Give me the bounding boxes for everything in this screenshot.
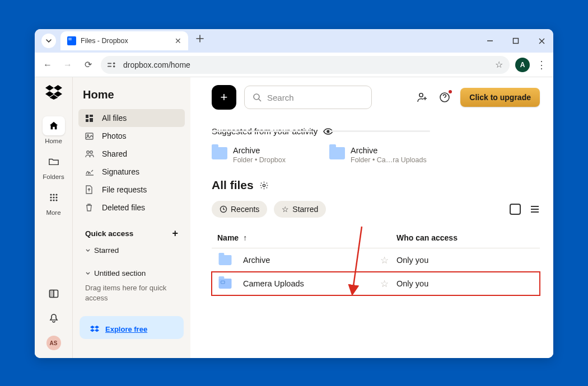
svg-rect-16 <box>86 115 88 118</box>
sidebar-item-label: Shared <box>102 149 127 158</box>
site-settings-icon[interactable] <box>108 61 118 69</box>
dropbox-icon <box>90 326 100 333</box>
window-maximize-icon[interactable] <box>510 35 521 46</box>
suggested-item[interactable]: Archive Folder • Ca…ra Uploads <box>329 146 436 164</box>
svg-point-9 <box>53 196 54 198</box>
browser-tab[interactable]: Files - Dropbox ✕ <box>60 31 188 50</box>
quick-access-header: Quick access + <box>81 224 183 243</box>
svg-point-7 <box>55 194 57 195</box>
browser-menu-icon[interactable]: ⋮ <box>535 59 548 71</box>
file-access: Only you <box>396 279 536 288</box>
chevron-down-icon <box>85 271 91 276</box>
svg-rect-15 <box>49 290 54 298</box>
chip-recents[interactable]: Recents <box>212 201 267 218</box>
svg-point-4 <box>113 65 115 67</box>
dropbox-logo-icon[interactable] <box>45 85 62 102</box>
folder-icon <box>329 147 345 159</box>
svg-point-13 <box>55 199 57 201</box>
list-view-icon[interactable] <box>530 205 540 214</box>
svg-point-21 <box>87 134 89 136</box>
user-avatar[interactable]: AS <box>46 336 61 350</box>
dropbox-favicon <box>67 36 76 45</box>
sidebar-item-all-files[interactable]: All files <box>78 109 185 127</box>
chevron-down-icon <box>85 248 91 253</box>
select-all-checkbox[interactable] <box>510 204 521 215</box>
column-name-label[interactable]: Name <box>217 233 239 242</box>
explore-free-promo[interactable]: Explore free <box>80 316 184 339</box>
search-icon <box>253 93 262 102</box>
search-placeholder: Search <box>267 93 294 102</box>
folder-icon <box>219 279 232 289</box>
new-tab-button[interactable] <box>196 35 204 43</box>
svg-point-12 <box>53 199 54 201</box>
quick-access-label: Quick access <box>85 229 133 238</box>
app-content: Home Folders More AS Home All files <box>35 77 553 358</box>
rail-label: Folders <box>43 173 64 180</box>
chip-label: Starred <box>292 205 318 214</box>
sidebar-item-shared[interactable]: Shared <box>78 145 185 163</box>
nav-reload-icon[interactable]: ⟳ <box>81 59 95 70</box>
star-outline-icon[interactable]: ☆ <box>380 255 389 266</box>
invite-icon[interactable] <box>416 91 429 104</box>
all-files-icon <box>85 114 95 123</box>
tab-close-icon[interactable]: ✕ <box>175 36 181 45</box>
chip-label: Recents <box>231 205 259 214</box>
bookmark-star-icon[interactable]: ☆ <box>495 59 503 70</box>
gear-icon[interactable] <box>259 181 269 190</box>
rail-item-home[interactable]: Home <box>39 113 69 148</box>
tab-strip: Files - Dropbox ✕ <box>35 29 553 53</box>
table-row[interactable]: Camera Uploads ☆ Only you <box>212 272 540 295</box>
suggested-subtitle: Folder • Dropbox <box>233 156 286 164</box>
left-rail: Home Folders More AS <box>35 77 73 358</box>
svg-rect-1 <box>108 63 111 64</box>
folder-icon <box>43 152 65 171</box>
profile-initial: A <box>520 61 525 69</box>
table-row[interactable]: Archive ☆ Only you <box>212 248 540 272</box>
notifications-bell-icon[interactable] <box>46 311 61 326</box>
quick-access-hint: Drag items here for quick access <box>81 281 183 308</box>
svg-rect-2 <box>108 65 111 67</box>
svg-point-5 <box>50 194 52 195</box>
star-outline-icon[interactable]: ☆ <box>380 279 389 289</box>
svg-rect-18 <box>90 118 93 122</box>
create-button[interactable]: + <box>212 85 236 110</box>
help-icon[interactable] <box>438 91 451 104</box>
untitled-section-toggle[interactable]: Untitled section <box>81 266 183 281</box>
column-access-label[interactable]: Who can access <box>396 233 536 242</box>
home-icon <box>43 116 65 135</box>
upgrade-button[interactable]: Click to upgrade <box>460 88 540 107</box>
browser-profile-button[interactable]: A <box>515 58 530 72</box>
tab-list-button[interactable] <box>41 34 56 48</box>
svg-point-10 <box>55 196 57 198</box>
suggested-item[interactable]: Archive Folder • Dropbox <box>212 146 318 164</box>
svg-rect-17 <box>90 115 93 117</box>
rail-item-folders[interactable]: Folders <box>39 149 69 183</box>
sidebar-item-label: Signatures <box>102 167 139 176</box>
table-header: Name ↑ Who can access <box>212 228 540 248</box>
starred-section-label: Starred <box>94 246 119 255</box>
sidebar-item-file-requests[interactable]: File requests <box>78 181 185 199</box>
svg-point-23 <box>90 151 92 153</box>
sort-asc-icon[interactable]: ↑ <box>243 233 247 242</box>
sidebar-item-photos[interactable]: Photos <box>78 127 185 145</box>
window-minimize-icon[interactable] <box>484 35 496 46</box>
sidebar-item-signatures[interactable]: Signatures <box>78 163 185 181</box>
search-input[interactable]: Search <box>244 86 372 109</box>
sidebar-toggle-icon[interactable] <box>46 286 61 301</box>
nav-forward-icon[interactable]: → <box>60 60 75 70</box>
starred-section-toggle[interactable]: Starred <box>81 243 183 258</box>
browser-window: Files - Dropbox ✕ ← → ⟳ dropbox.com/home… <box>35 29 553 358</box>
rail-item-more[interactable]: More <box>39 185 69 219</box>
window-close-icon[interactable] <box>536 35 548 47</box>
sidebar-item-deleted-files[interactable]: Deleted files <box>78 199 185 216</box>
nav-back-icon[interactable]: ← <box>40 60 55 70</box>
sidebar-item-label: File requests <box>102 185 147 194</box>
address-bar[interactable]: dropbox.com/home ☆ <box>101 56 510 74</box>
shared-icon <box>85 150 95 158</box>
sidebar-item-label: Deleted files <box>102 203 145 212</box>
chip-starred[interactable]: ☆ Starred <box>274 201 326 218</box>
add-quick-access-icon[interactable]: + <box>172 228 178 239</box>
file-name: Archive <box>243 256 270 265</box>
svg-point-8 <box>50 196 52 198</box>
svg-point-11 <box>50 199 52 201</box>
